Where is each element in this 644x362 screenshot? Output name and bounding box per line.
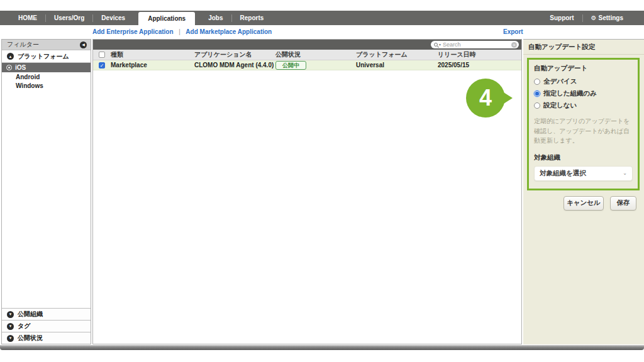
filter-title: フィルター xyxy=(7,40,80,49)
target-organization-select[interactable]: 対象組織を選択 ⌄ xyxy=(534,166,633,181)
auto-update-help-text: 定期的にアプリのアップデートを確認し、アップデートがあれば自動更新します。 xyxy=(534,116,633,146)
filter-section-publication-status[interactable]: ▼ 公開状況 xyxy=(2,332,91,344)
settings-label: Settings xyxy=(599,14,623,21)
collapsed-filter-sections: ▼ 公開組織 ▼ タグ ▼ 公開状況 xyxy=(2,308,91,344)
filter-section-published-org[interactable]: ▼ 公開組織 xyxy=(2,308,91,320)
clomo-admin-window: HOME Users/Org Devices Applications Jobs… xyxy=(0,0,644,362)
callout-number: 4 xyxy=(479,85,492,111)
column-header-release-date[interactable]: リリース日時 xyxy=(438,50,521,59)
nav-utilities: Support ⚙ Settings xyxy=(541,11,644,25)
row-checkbox-checked[interactable]: ✓ xyxy=(99,62,105,69)
application-list-area: ▼ × 種類 アプリケーション名 公開状況 プラットフォーム リリース日時 ✓ … xyxy=(92,39,522,344)
search-scope-caret-icon[interactable]: ▼ xyxy=(438,43,441,47)
window-bottom-edge xyxy=(0,345,644,350)
radio-label: 指定した組織のみ xyxy=(543,89,597,98)
status-badge: 公開中 xyxy=(275,61,306,70)
filter-section-tags[interactable]: ▼ タグ xyxy=(2,320,91,332)
step-4-callout-badge: 4 xyxy=(466,79,505,118)
gear-icon: ⚙ xyxy=(591,14,597,21)
radio-label: 設定しない xyxy=(543,101,577,110)
search-input[interactable] xyxy=(443,41,511,48)
save-button[interactable]: 保存 xyxy=(610,196,636,211)
auto-update-label: 自動アップデート xyxy=(534,64,633,73)
chevron-up-icon: ▲ xyxy=(7,53,14,60)
row-type: Marketplace xyxy=(111,62,194,69)
radio-icon[interactable] xyxy=(534,102,540,109)
search-icon xyxy=(434,43,438,47)
nav-item-devices[interactable]: Devices xyxy=(93,14,133,21)
auto-update-settings-panel: 自動アップデート設定 自動アップデート 全デバイス 指定した組織のみ 設定しない… xyxy=(523,39,644,344)
radio-icon[interactable] xyxy=(534,79,540,85)
column-header-status[interactable]: 公開状況 xyxy=(275,50,356,59)
search-box[interactable]: ▼ × xyxy=(431,41,519,48)
table-header-row: 種類 アプリケーション名 公開状況 プラットフォーム リリース日時 xyxy=(93,50,521,60)
row-application-name: CLOMO MDM Agent (4.4.0) xyxy=(194,62,275,69)
filter-section-label: プラットフォーム xyxy=(18,52,69,61)
nav-item-users-org[interactable]: Users/Org xyxy=(46,14,92,21)
radio-option-specified-orgs[interactable]: 指定した組織のみ xyxy=(534,89,633,98)
panel-title: 自動アップデート設定 xyxy=(523,40,644,55)
chevron-down-icon: ⌄ xyxy=(623,170,627,176)
add-marketplace-application-link[interactable]: Add Marketplace Application xyxy=(186,28,272,35)
table-toolbar: ▼ × xyxy=(93,40,521,50)
select-all-cell xyxy=(93,52,111,58)
filter-section-label: 公開組織 xyxy=(18,310,43,319)
dropdown-selected-value: 対象組織を選択 xyxy=(540,169,623,178)
radio-option-do-not-set[interactable]: 設定しない xyxy=(534,101,633,110)
chevron-down-icon: ▼ xyxy=(7,323,14,330)
nav-item-jobs[interactable]: Jobs xyxy=(200,14,231,21)
export-link[interactable]: Export xyxy=(503,28,523,35)
row-release-date: 2025/05/15 xyxy=(438,62,521,69)
filter-section-label: タグ xyxy=(18,322,30,331)
add-enterprise-application-link[interactable]: Add Enterprise Application xyxy=(92,28,174,35)
column-header-type[interactable]: 種類 xyxy=(111,50,194,59)
nav-tabs: HOME Users/Org Devices Applications Jobs… xyxy=(0,11,272,25)
filter-section-platform[interactable]: ▲ プラットフォーム xyxy=(2,50,91,63)
row-status-cell: 公開中 xyxy=(275,61,356,70)
top-navigation: HOME Users/Org Devices Applications Jobs… xyxy=(0,11,644,25)
select-all-checkbox[interactable] xyxy=(99,52,105,58)
filter-item-android[interactable]: Android xyxy=(2,72,91,81)
row-checkbox-cell: ✓ xyxy=(93,62,111,69)
radio-icon-selected[interactable] xyxy=(534,90,540,97)
target-organization-label: 対象組織 xyxy=(534,153,633,162)
filter-sidebar: フィルター ◀ ▲ プラットフォーム iOS Android Windows ▼… xyxy=(1,39,91,344)
column-header-platform[interactable]: プラットフォーム xyxy=(356,50,438,59)
link-separator: | xyxy=(179,28,180,35)
highlighted-settings-group: 自動アップデート 全デバイス 指定した組織のみ 設定しない 定期的にアプリのアッ… xyxy=(527,58,640,190)
chevron-left-icon[interactable]: ◀ xyxy=(80,41,87,48)
table-row[interactable]: ✓ Marketplace CLOMO MDM Agent (4.4.0) 公開… xyxy=(93,60,521,70)
chevron-down-icon: ▼ xyxy=(7,335,14,342)
nav-item-reports[interactable]: Reports xyxy=(232,14,272,21)
clear-search-icon[interactable]: × xyxy=(511,42,517,48)
nav-tab-applications-active[interactable]: Applications xyxy=(138,12,195,25)
support-link[interactable]: Support xyxy=(541,14,582,21)
application-actions: Add Enterprise Application | Add Marketp… xyxy=(92,28,272,35)
filter-item-label: iOS xyxy=(15,64,26,71)
auto-update-radio-group: 全デバイス 指定した組織のみ 設定しない xyxy=(534,77,633,110)
filter-sidebar-header: フィルター ◀ xyxy=(2,40,91,50)
radio-label: 全デバイス xyxy=(543,77,577,86)
radio-option-all-devices[interactable]: 全デバイス xyxy=(534,77,633,86)
filter-item-ios-selected[interactable]: iOS xyxy=(2,63,91,72)
panel-buttons: キャンセル 保存 xyxy=(523,196,636,211)
selected-filter-icon xyxy=(6,65,12,70)
filter-section-label: 公開状況 xyxy=(18,334,43,343)
column-header-application-name[interactable]: アプリケーション名 xyxy=(194,50,275,59)
filter-item-windows[interactable]: Windows xyxy=(2,81,91,90)
settings-link[interactable]: ⚙ Settings xyxy=(583,14,631,21)
chevron-down-icon: ▼ xyxy=(7,311,14,318)
nav-item-home[interactable]: HOME xyxy=(10,14,45,21)
row-platform: Universal xyxy=(356,62,438,69)
cancel-button[interactable]: キャンセル xyxy=(564,196,604,211)
